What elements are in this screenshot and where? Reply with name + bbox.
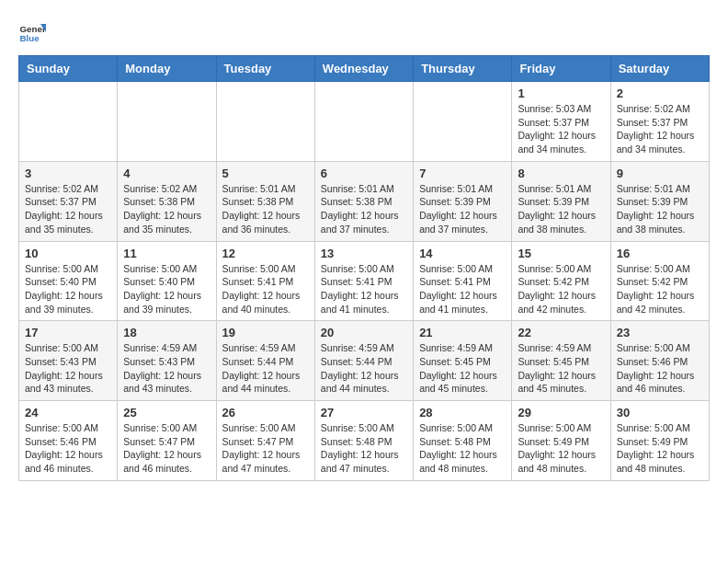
day-number: 7 <box>419 167 506 180</box>
day-info: Sunrise: 5:00 AMSunset: 5:46 PMDaylight:… <box>617 341 703 396</box>
day-number: 2 <box>617 86 703 100</box>
day-info: Sunrise: 5:00 AMSunset: 5:43 PMDaylight:… <box>25 341 111 396</box>
calendar-cell: 22Sunrise: 4:59 AMSunset: 5:45 PMDayligh… <box>512 321 610 401</box>
logo-icon: General Blue <box>18 18 46 46</box>
calendar-cell: 17Sunrise: 5:00 AMSunset: 5:43 PMDayligh… <box>19 321 118 401</box>
day-number: 12 <box>222 247 309 260</box>
calendar-cell: 10Sunrise: 5:00 AMSunset: 5:40 PMDayligh… <box>19 241 118 321</box>
weekday-header: Monday <box>118 56 216 82</box>
day-info: Sunrise: 5:01 AMSunset: 5:39 PMDaylight:… <box>518 182 604 236</box>
day-number: 24 <box>25 406 111 419</box>
header: General Blue <box>18 18 710 46</box>
calendar-cell <box>414 82 512 162</box>
day-info: Sunrise: 5:03 AMSunset: 5:37 PMDaylight:… <box>518 102 604 156</box>
calendar-cell: 16Sunrise: 5:00 AMSunset: 5:42 PMDayligh… <box>610 241 709 321</box>
weekday-header: Sunday <box>19 56 118 82</box>
weekday-header: Wednesday <box>314 56 413 82</box>
day-info: Sunrise: 4:59 AMSunset: 5:45 PMDaylight:… <box>518 341 604 396</box>
calendar-cell: 19Sunrise: 4:59 AMSunset: 5:44 PMDayligh… <box>216 321 314 401</box>
calendar-cell <box>216 82 314 162</box>
calendar-cell: 15Sunrise: 5:00 AMSunset: 5:42 PMDayligh… <box>512 241 610 321</box>
calendar-week-row: 1Sunrise: 5:03 AMSunset: 5:37 PMDaylight… <box>19 82 710 162</box>
calendar-cell: 18Sunrise: 4:59 AMSunset: 5:43 PMDayligh… <box>118 321 216 401</box>
day-number: 18 <box>123 326 210 339</box>
day-number: 11 <box>123 247 210 260</box>
calendar-cell: 25Sunrise: 5:00 AMSunset: 5:47 PMDayligh… <box>118 401 216 481</box>
day-number: 25 <box>123 406 210 419</box>
day-info: Sunrise: 5:00 AMSunset: 5:49 PMDaylight:… <box>518 421 604 476</box>
day-number: 29 <box>518 406 604 419</box>
day-info: Sunrise: 5:00 AMSunset: 5:41 PMDaylight:… <box>321 262 407 316</box>
calendar-week-row: 24Sunrise: 5:00 AMSunset: 5:46 PMDayligh… <box>19 401 710 481</box>
day-number: 16 <box>617 247 703 260</box>
day-info: Sunrise: 5:01 AMSunset: 5:39 PMDaylight:… <box>419 182 506 236</box>
calendar-header: SundayMondayTuesdayWednesdayThursdayFrid… <box>19 56 710 82</box>
calendar-week-row: 17Sunrise: 5:00 AMSunset: 5:43 PMDayligh… <box>19 321 710 401</box>
calendar-cell: 5Sunrise: 5:01 AMSunset: 5:38 PMDaylight… <box>216 161 314 241</box>
day-info: Sunrise: 5:00 AMSunset: 5:48 PMDaylight:… <box>419 421 506 476</box>
calendar-cell: 27Sunrise: 5:00 AMSunset: 5:48 PMDayligh… <box>314 401 413 481</box>
day-info: Sunrise: 5:00 AMSunset: 5:40 PMDaylight:… <box>25 262 111 316</box>
day-number: 21 <box>419 326 506 339</box>
day-number: 26 <box>222 406 309 419</box>
calendar-cell: 7Sunrise: 5:01 AMSunset: 5:39 PMDaylight… <box>414 161 512 241</box>
day-number: 23 <box>617 326 703 339</box>
calendar-cell: 20Sunrise: 4:59 AMSunset: 5:44 PMDayligh… <box>314 321 413 401</box>
day-number: 13 <box>321 247 407 260</box>
calendar-cell: 2Sunrise: 5:02 AMSunset: 5:37 PMDaylight… <box>610 82 709 162</box>
calendar-cell: 30Sunrise: 5:00 AMSunset: 5:49 PMDayligh… <box>610 401 709 481</box>
calendar-cell: 12Sunrise: 5:00 AMSunset: 5:41 PMDayligh… <box>216 241 314 321</box>
day-info: Sunrise: 5:01 AMSunset: 5:38 PMDaylight:… <box>222 182 309 236</box>
calendar-cell <box>118 82 216 162</box>
day-number: 3 <box>25 167 111 180</box>
day-number: 17 <box>25 326 111 339</box>
day-info: Sunrise: 5:00 AMSunset: 5:46 PMDaylight:… <box>25 421 111 476</box>
day-info: Sunrise: 5:00 AMSunset: 5:48 PMDaylight:… <box>321 421 407 476</box>
calendar-cell: 13Sunrise: 5:00 AMSunset: 5:41 PMDayligh… <box>314 241 413 321</box>
day-number: 1 <box>518 86 604 100</box>
day-info: Sunrise: 5:00 AMSunset: 5:41 PMDaylight:… <box>222 262 309 316</box>
day-info: Sunrise: 5:01 AMSunset: 5:38 PMDaylight:… <box>321 182 407 236</box>
day-info: Sunrise: 5:00 AMSunset: 5:42 PMDaylight:… <box>617 262 703 316</box>
svg-text:Blue: Blue <box>20 33 40 43</box>
day-info: Sunrise: 4:59 AMSunset: 5:44 PMDaylight:… <box>222 341 309 396</box>
calendar-cell <box>314 82 413 162</box>
day-info: Sunrise: 4:59 AMSunset: 5:45 PMDaylight:… <box>419 341 506 396</box>
day-info: Sunrise: 5:02 AMSunset: 5:37 PMDaylight:… <box>25 182 111 236</box>
day-info: Sunrise: 5:00 AMSunset: 5:49 PMDaylight:… <box>617 421 703 476</box>
calendar-cell: 6Sunrise: 5:01 AMSunset: 5:38 PMDaylight… <box>314 161 413 241</box>
calendar-cell: 28Sunrise: 5:00 AMSunset: 5:48 PMDayligh… <box>414 401 512 481</box>
day-number: 15 <box>518 247 604 260</box>
calendar-cell: 21Sunrise: 4:59 AMSunset: 5:45 PMDayligh… <box>414 321 512 401</box>
weekday-header: Tuesday <box>216 56 314 82</box>
page-container: General Blue SundayMondayTuesdayWednesda… <box>18 18 710 481</box>
calendar-cell: 26Sunrise: 5:00 AMSunset: 5:47 PMDayligh… <box>216 401 314 481</box>
calendar-week-row: 3Sunrise: 5:02 AMSunset: 5:37 PMDaylight… <box>19 161 710 241</box>
day-number: 9 <box>617 167 703 180</box>
day-number: 22 <box>518 326 604 339</box>
day-info: Sunrise: 5:00 AMSunset: 5:47 PMDaylight:… <box>123 421 210 476</box>
calendar-cell: 11Sunrise: 5:00 AMSunset: 5:40 PMDayligh… <box>118 241 216 321</box>
calendar-cell: 1Sunrise: 5:03 AMSunset: 5:37 PMDaylight… <box>512 82 610 162</box>
logo: General Blue <box>18 18 46 46</box>
day-info: Sunrise: 4:59 AMSunset: 5:44 PMDaylight:… <box>321 341 407 396</box>
calendar-cell: 9Sunrise: 5:01 AMSunset: 5:39 PMDaylight… <box>610 161 709 241</box>
weekday-header: Friday <box>512 56 610 82</box>
day-info: Sunrise: 4:59 AMSunset: 5:43 PMDaylight:… <box>123 341 210 396</box>
calendar-cell: 3Sunrise: 5:02 AMSunset: 5:37 PMDaylight… <box>19 161 118 241</box>
day-info: Sunrise: 5:00 AMSunset: 5:42 PMDaylight:… <box>518 262 604 316</box>
day-number: 10 <box>25 247 111 260</box>
calendar-cell <box>19 82 118 162</box>
day-info: Sunrise: 5:00 AMSunset: 5:41 PMDaylight:… <box>419 262 506 316</box>
calendar-cell: 23Sunrise: 5:00 AMSunset: 5:46 PMDayligh… <box>610 321 709 401</box>
day-info: Sunrise: 5:01 AMSunset: 5:39 PMDaylight:… <box>617 182 703 236</box>
day-info: Sunrise: 5:02 AMSunset: 5:37 PMDaylight:… <box>617 102 703 156</box>
day-number: 19 <box>222 326 309 339</box>
day-number: 14 <box>419 247 506 260</box>
day-number: 28 <box>419 406 506 419</box>
day-number: 4 <box>123 167 210 180</box>
calendar-cell: 29Sunrise: 5:00 AMSunset: 5:49 PMDayligh… <box>512 401 610 481</box>
day-number: 6 <box>321 167 407 180</box>
day-number: 5 <box>222 167 309 180</box>
calendar-cell: 24Sunrise: 5:00 AMSunset: 5:46 PMDayligh… <box>19 401 118 481</box>
